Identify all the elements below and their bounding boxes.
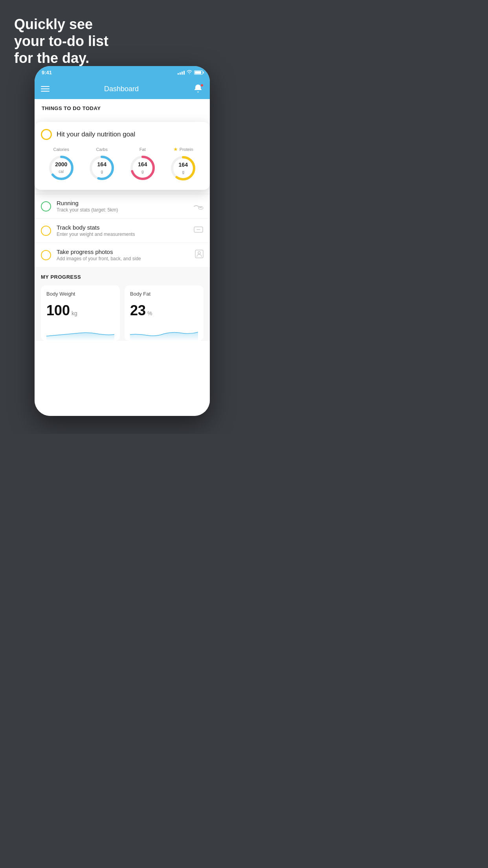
todo-item-body-stats[interactable]: Track body stats Enter your weight and m…: [35, 218, 210, 243]
macro-label-protein: ★ Protein: [173, 146, 193, 152]
battery-icon: [194, 70, 203, 75]
section-heading: THINGS TO DO TODAY: [35, 99, 210, 115]
nav-bar: Dashboard: [35, 79, 210, 99]
todo-circle-running: [41, 201, 51, 211]
notification-dot: [200, 84, 204, 87]
donut-protein: 164 g: [169, 154, 197, 182]
donut-calories: 2000 cal: [48, 154, 75, 182]
fat-value: 164: [138, 161, 147, 167]
menu-button[interactable]: [41, 86, 50, 92]
notification-button[interactable]: [193, 84, 204, 94]
protein-unit: g: [182, 170, 184, 174]
macro-label-calories: Calories: [53, 147, 69, 152]
macro-protein: ★ Protein 164 g: [169, 146, 197, 182]
todo-title-body-stats: Track body stats: [57, 224, 188, 231]
todo-subtitle-running: Track your stats (target: 5km): [57, 207, 187, 213]
progress-heading: MY PROGRESS: [41, 274, 204, 280]
body-fat-num: 23: [130, 302, 146, 319]
macros-row: Calories 2000 cal Carbs: [41, 146, 204, 182]
body-weight-chart: [46, 325, 114, 341]
hero-text: Quickly see your to-do list for the day.: [14, 16, 108, 67]
todo-list: Running Track your stats (target: 5km) T…: [35, 194, 210, 267]
scale-icon: [193, 225, 204, 236]
macro-calories: Calories 2000 cal: [48, 147, 75, 182]
progress-card-weight[interactable]: Body Weight 100 kg: [41, 285, 120, 341]
body-fat-title: Body Fat: [130, 291, 198, 297]
calories-unit: cal: [59, 169, 64, 173]
svg-point-12: [198, 252, 200, 254]
running-icon: [193, 201, 204, 212]
svg-point-8: [198, 206, 203, 209]
status-time: 9:41: [42, 70, 52, 75]
signal-icon: [178, 70, 185, 75]
todo-text-running: Running Track your stats (target: 5km): [57, 200, 187, 213]
status-icons: [178, 70, 203, 75]
macro-fat: Fat 164 g: [129, 147, 156, 182]
fat-unit: g: [141, 169, 144, 173]
calories-value: 2000: [55, 161, 67, 167]
protein-value: 164: [179, 162, 188, 168]
phone-mockup: 9:41 Dashboard: [35, 66, 210, 416]
nutrition-card: Hit your daily nutrition goal Calories 2…: [35, 122, 210, 190]
todo-title-photos: Take progress photos: [57, 248, 189, 255]
app-content: THINGS TO DO TODAY Hit your daily nutrit…: [35, 99, 210, 416]
progress-cards: Body Weight 100 kg: [41, 285, 204, 341]
carbs-unit: g: [101, 169, 103, 173]
body-weight-unit: kg: [72, 310, 77, 316]
progress-card-fat[interactable]: Body Fat 23 %: [125, 285, 204, 341]
progress-section: MY PROGRESS Body Weight 100 kg: [35, 267, 210, 341]
body-weight-title: Body Weight: [46, 291, 114, 297]
todo-text-photos: Take progress photos Add images of your …: [57, 248, 189, 261]
body-fat-unit: %: [147, 310, 152, 316]
todo-circle-body-stats: [41, 226, 51, 236]
body-weight-value-row: 100 kg: [46, 302, 114, 319]
nav-title: Dashboard: [104, 85, 139, 93]
donut-carbs: 164 g: [88, 154, 116, 182]
todo-circle-nutrition[interactable]: [41, 129, 52, 140]
todo-subtitle-body-stats: Enter your weight and measurements: [57, 232, 188, 237]
body-fat-chart: [130, 325, 198, 341]
todo-subtitle-photos: Add images of your front, back, and side: [57, 256, 189, 261]
todo-title-running: Running: [57, 200, 187, 206]
macro-label-carbs: Carbs: [96, 147, 108, 152]
wifi-icon: [187, 70, 192, 75]
person-icon: [195, 250, 204, 261]
todo-item-photos[interactable]: Take progress photos Add images of your …: [35, 243, 210, 267]
nutrition-card-title: Hit your daily nutrition goal: [57, 131, 135, 138]
macro-carbs: Carbs 164 g: [88, 147, 116, 182]
donut-fat: 164 g: [129, 154, 156, 182]
todo-item-running[interactable]: Running Track your stats (target: 5km): [35, 194, 210, 218]
star-icon: ★: [173, 146, 178, 152]
carbs-value: 164: [97, 161, 106, 167]
body-fat-value-row: 23 %: [130, 302, 198, 319]
todo-circle-photos: [41, 250, 51, 260]
body-weight-num: 100: [46, 302, 70, 319]
macro-label-fat: Fat: [139, 147, 146, 152]
status-bar: 9:41: [35, 66, 210, 79]
todo-text-body-stats: Track body stats Enter your weight and m…: [57, 224, 188, 237]
